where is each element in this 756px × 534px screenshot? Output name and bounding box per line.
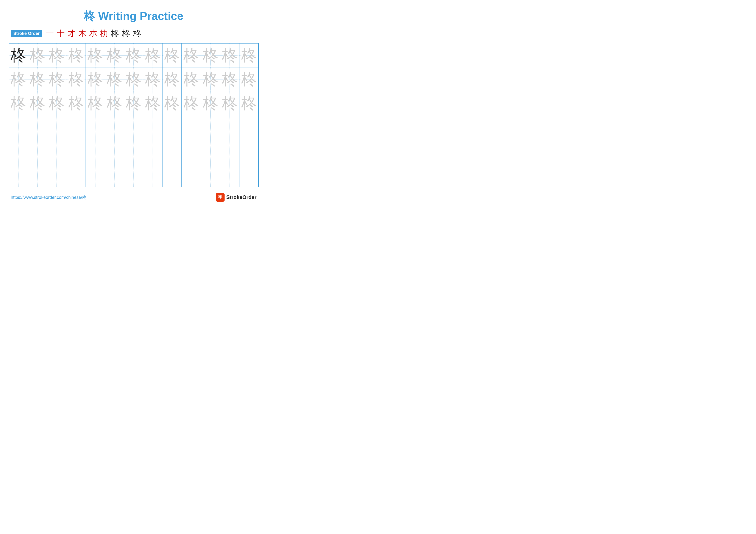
char-display: 柊 (145, 95, 161, 111)
grid-cell-1-4[interactable]: 柊 (86, 67, 105, 91)
grid-cell-3-9[interactable] (182, 115, 201, 139)
char-display: 柊 (30, 95, 45, 111)
grid-cell-3-3[interactable] (67, 115, 86, 139)
grid-cell-4-3[interactable] (67, 139, 86, 163)
grid-cell-5-1[interactable] (28, 163, 47, 187)
grid-cell-2-2[interactable]: 柊 (47, 91, 67, 115)
grid-cell-2-9[interactable]: 柊 (182, 91, 201, 115)
grid-cell-2-8[interactable]: 柊 (162, 91, 182, 115)
char-display: 柊 (107, 95, 122, 111)
char-display: 柊 (126, 95, 141, 111)
grid-cell-1-5[interactable]: 柊 (105, 67, 124, 91)
grid-cell-2-5[interactable]: 柊 (105, 91, 124, 115)
grid-cell-2-6[interactable]: 柊 (124, 91, 143, 115)
grid-cell-3-5[interactable] (105, 115, 124, 139)
grid-cell-5-7[interactable] (143, 163, 162, 187)
grid-cell-0-1[interactable]: 柊 (28, 43, 47, 67)
grid-cell-5-0[interactable] (9, 163, 28, 187)
grid-cell-3-6[interactable] (124, 115, 143, 139)
grid-cell-1-11[interactable]: 柊 (220, 67, 239, 91)
grid-cell-3-4[interactable] (86, 115, 105, 139)
grid-cell-1-3[interactable]: 柊 (67, 67, 86, 91)
grid-cell-4-6[interactable] (124, 139, 143, 163)
grid-cell-5-12[interactable] (239, 163, 258, 187)
grid-cell-4-8[interactable] (162, 139, 182, 163)
grid-cell-2-3[interactable]: 柊 (67, 91, 86, 115)
grid-row-4 (9, 139, 258, 163)
grid-cell-0-7[interactable]: 柊 (143, 43, 162, 67)
grid-cell-2-11[interactable]: 柊 (220, 91, 239, 115)
grid-cell-1-1[interactable]: 柊 (28, 67, 47, 91)
char-display: 柊 (203, 71, 218, 87)
grid-cell-3-11[interactable] (220, 115, 239, 139)
grid-cell-0-10[interactable]: 柊 (201, 43, 220, 67)
grid-cell-5-5[interactable] (105, 163, 124, 187)
grid-cell-5-10[interactable] (201, 163, 220, 187)
grid-cell-0-12[interactable]: 柊 (239, 43, 258, 67)
grid-cell-5-6[interactable] (124, 163, 143, 187)
char-display: 柊 (203, 48, 218, 63)
grid-cell-2-0[interactable]: 柊 (9, 91, 28, 115)
grid-cell-5-9[interactable] (182, 163, 201, 187)
grid-cell-0-4[interactable]: 柊 (86, 43, 105, 67)
grid-cell-2-1[interactable]: 柊 (28, 91, 47, 115)
grid-cell-2-12[interactable]: 柊 (239, 91, 258, 115)
grid-cell-3-10[interactable] (201, 115, 220, 139)
grid-cell-0-8[interactable]: 柊 (162, 43, 182, 67)
grid-cell-5-11[interactable] (220, 163, 239, 187)
footer-url[interactable]: https://www.strokeorder.com/chinese/柊 (11, 194, 86, 200)
grid-cell-4-11[interactable] (220, 139, 239, 163)
grid-cell-3-7[interactable] (143, 115, 162, 139)
grid-cell-0-2[interactable]: 柊 (47, 43, 67, 67)
grid-cell-5-4[interactable] (86, 163, 105, 187)
char-display: 柊 (241, 71, 257, 87)
grid-cell-4-7[interactable] (143, 139, 162, 163)
grid-cell-4-5[interactable] (105, 139, 124, 163)
grid-cell-4-12[interactable] (239, 139, 258, 163)
grid-cell-3-12[interactable] (239, 115, 258, 139)
stroke-char-5: 朸 (100, 28, 108, 39)
char-display: 柊 (30, 71, 45, 87)
grid-cell-1-7[interactable]: 柊 (143, 67, 162, 91)
grid-cell-4-9[interactable] (182, 139, 201, 163)
grid-cell-5-8[interactable] (162, 163, 182, 187)
grid-cell-3-1[interactable] (28, 115, 47, 139)
grid-cell-4-0[interactable] (9, 139, 28, 163)
char-display: 柊 (68, 95, 84, 111)
grid-cell-1-8[interactable]: 柊 (162, 67, 182, 91)
grid-cell-0-0[interactable]: 柊 (9, 43, 28, 67)
grid-cell-5-3[interactable] (67, 163, 86, 187)
grid-cell-0-3[interactable]: 柊 (67, 43, 86, 67)
grid-cell-3-8[interactable] (162, 115, 182, 139)
grid-cell-4-10[interactable] (201, 139, 220, 163)
grid-cell-4-1[interactable] (28, 139, 47, 163)
char-display: 柊 (145, 48, 161, 63)
stroke-order-badge: Stroke Order (11, 30, 42, 37)
grid-cell-3-2[interactable] (47, 115, 67, 139)
grid-cell-3-0[interactable] (9, 115, 28, 139)
char-display: 柊 (49, 48, 65, 63)
grid-cell-1-6[interactable]: 柊 (124, 67, 143, 91)
stroke-char-4: 朩 (89, 28, 97, 39)
char-display: 柊 (49, 71, 65, 87)
grid-cell-0-11[interactable]: 柊 (220, 43, 239, 67)
grid-cell-4-4[interactable] (86, 139, 105, 163)
grid-cell-5-2[interactable] (47, 163, 67, 187)
grid-cell-2-10[interactable]: 柊 (201, 91, 220, 115)
char-display: 柊 (241, 48, 257, 63)
grid-cell-1-0[interactable]: 柊 (9, 67, 28, 91)
grid-cell-0-6[interactable]: 柊 (124, 43, 143, 67)
grid-cell-0-5[interactable]: 柊 (105, 43, 124, 67)
char-display: 柊 (222, 71, 237, 87)
grid-cell-2-7[interactable]: 柊 (143, 91, 162, 115)
char-display: 柊 (68, 48, 84, 63)
grid-cell-1-12[interactable]: 柊 (239, 67, 258, 91)
grid-cell-2-4[interactable]: 柊 (86, 91, 105, 115)
char-display: 柊 (126, 71, 141, 87)
strokeorder-logo-text: StrokeOrder (226, 194, 256, 200)
grid-cell-1-10[interactable]: 柊 (201, 67, 220, 91)
grid-cell-0-9[interactable]: 柊 (182, 43, 201, 67)
grid-cell-1-9[interactable]: 柊 (182, 67, 201, 91)
grid-cell-1-2[interactable]: 柊 (47, 67, 67, 91)
grid-cell-4-2[interactable] (47, 139, 67, 163)
